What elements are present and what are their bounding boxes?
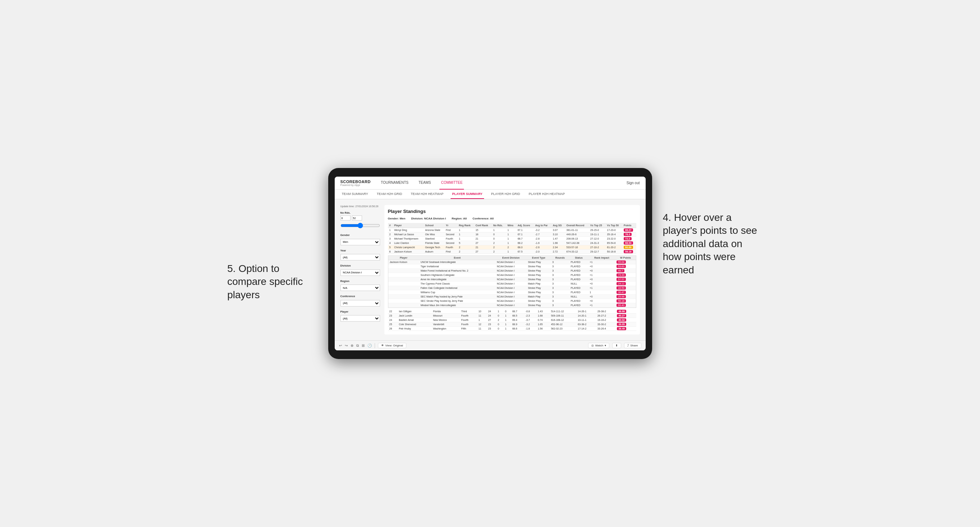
toolbar-divider xyxy=(375,343,375,348)
subnav-player-summary[interactable]: PLAYER SUMMARY xyxy=(450,190,484,199)
watch-btn[interactable]: ◎ Watch ▾ xyxy=(588,343,609,348)
clock-icon[interactable]: 🕐 xyxy=(368,344,372,348)
col-vstop50: Vs Top 50 xyxy=(606,223,622,228)
download-btn[interactable]: ⬇ xyxy=(612,343,621,348)
nav-sign-out[interactable]: Sign out xyxy=(627,181,640,185)
standings-table-bottom: 22 Ian Gilligan Florida Third 10 24 1 0 … xyxy=(388,310,636,331)
sidebar-filters: Update time: 27/01/2024 16:56:26 No Rds.… xyxy=(340,205,380,335)
copy-icon[interactable]: ⧉ xyxy=(356,344,359,348)
col-adj-score: Adj. Score xyxy=(516,223,534,228)
main-content: Update time: 27/01/2024 16:56:26 No Rds.… xyxy=(335,199,646,340)
chevron-down-icon: ▾ xyxy=(605,344,606,347)
view-label: View: Original xyxy=(385,344,403,347)
points-badge[interactable]: 72.2 xyxy=(624,237,632,240)
tooltip-table-row: SEC Stroke Play hosted by Jerry Pate NCA… xyxy=(388,299,636,303)
no-rds-slider[interactable] xyxy=(340,223,380,229)
no-rds-min[interactable] xyxy=(340,216,350,221)
filter-group-player: Player (All) xyxy=(340,310,380,322)
grid-icon[interactable]: ⊞ xyxy=(362,344,364,348)
col-avg-par: Avg to Par xyxy=(534,223,551,228)
tooltip-expanded: Player Event Event Division Event Type R… xyxy=(388,256,636,308)
player-select[interactable]: (All) xyxy=(340,315,380,322)
undo-icon[interactable]: ↩ xyxy=(339,344,342,348)
w-points-badge[interactable]: 53.60 xyxy=(617,265,626,268)
w-points-badge[interactable]: 46.7 xyxy=(617,269,624,272)
table-row: 1 Wenyi Ding Arizona State First 1 15 1 … xyxy=(388,228,636,232)
filter-label-year: Year xyxy=(340,249,380,252)
table-area: Player Standings Gender: Men Division: N… xyxy=(384,205,640,335)
watch-icon: ◎ xyxy=(591,344,594,347)
col-record: Overall Record xyxy=(565,223,589,228)
watch-label: Watch xyxy=(595,344,603,347)
tooltip-table-row: Amer An Intercollegiate NCAA Division I … xyxy=(388,277,636,282)
division-select[interactable]: NCAA Division I xyxy=(340,270,380,276)
nav-committee[interactable]: COMMITTEE xyxy=(439,177,464,190)
col-wins: Wins xyxy=(506,223,516,228)
w-points-badge[interactable]: 73.33 xyxy=(617,273,626,277)
w-points-badge[interactable]: 16.50 xyxy=(617,286,626,290)
toolbar-right: ◎ Watch ▾ ⬇ ⤴ Share xyxy=(588,343,641,348)
w-points-badge[interactable]: 55.64 xyxy=(617,260,626,264)
points-badge[interactable]: 68.94 xyxy=(624,241,633,244)
redo-icon[interactable]: ↪ xyxy=(345,344,348,348)
w-points-badge[interactable]: 25.98 xyxy=(617,295,626,298)
nav-teams[interactable]: TEAMS xyxy=(417,177,432,190)
tooltip-table-row: Wake Forest Invitational at Pinehurst No… xyxy=(388,269,636,273)
col-yr: Yr xyxy=(444,223,457,228)
share-label: Share xyxy=(630,344,638,347)
w-points-badge[interactable]: 57.57 xyxy=(617,278,626,281)
w-points-badge[interactable]: 30.47 xyxy=(617,290,626,294)
filter-label-region: Region xyxy=(340,279,380,283)
points-badge-highlighted[interactable]: 60.89 xyxy=(624,246,633,249)
tooltip-table-row: Fallen Oak Collegiate Invitational NCAA … xyxy=(388,286,636,290)
points-badge[interactable]: 40.27 xyxy=(617,314,626,317)
subnav-team-summary[interactable]: TEAM SUMMARY xyxy=(340,190,370,199)
table-row: 24 Bastien Amat New Mexico Fourth 1 27 2… xyxy=(388,318,636,322)
points-badge[interactable]: 40.02 xyxy=(617,318,626,322)
filter-group-no-rds: No Rds. xyxy=(340,211,380,230)
col-no-rds: No Rds. xyxy=(492,223,506,228)
points-badge[interactable]: 38.49 xyxy=(617,327,626,330)
filter-group-region: Region N/A xyxy=(340,279,380,291)
conference-select[interactable]: (All) xyxy=(340,300,380,306)
subnav-team-h2h-heatmap[interactable]: TEAM H2H HEATMAP xyxy=(409,190,445,199)
tooltip-col-w-points: W Points xyxy=(615,256,636,260)
logo-area: SCOREBOARD Powered by clippi xyxy=(340,179,371,186)
table-row: 22 Ian Gilligan Florida Third 10 24 1 0 … xyxy=(388,310,636,314)
view-original-btn[interactable]: 👁 View: Original xyxy=(378,343,406,348)
tooltip-col-event: Event xyxy=(419,256,495,260)
nav-tournaments[interactable]: TOURNAMENTS xyxy=(379,177,410,190)
subnav-player-h2h-grid[interactable]: PLAYER H2H GRID xyxy=(490,190,522,199)
outer-wrapper: 4. Hover over a player's points to see a… xyxy=(328,168,652,359)
gender-select[interactable]: Men xyxy=(340,239,380,245)
tooltip-table-row: Tiger Invitational NCAA Division I Strok… xyxy=(388,264,636,269)
tooltip-col-division: Event Division xyxy=(495,256,526,260)
share-btn[interactable]: ⤴ Share xyxy=(624,343,641,348)
year-select[interactable]: (All) xyxy=(340,254,380,260)
table-row: 26 Petr Hruby Washington Fifth 11 23 0 1… xyxy=(388,327,636,331)
tooltip-table-row: Jackson Kolson UNCW Seahawk Intercollegi… xyxy=(388,260,636,264)
logo-sub: Powered by clippi xyxy=(340,184,371,186)
zoom-icon[interactable]: ⊕ xyxy=(350,344,353,348)
region-select[interactable]: N/A xyxy=(340,284,380,291)
w-points-badge[interactable]: 56.18 xyxy=(617,299,626,303)
nav-items: TOURNAMENTS TEAMS COMMITTEE xyxy=(379,177,627,190)
filter-group-year: Year (All) xyxy=(340,249,380,261)
points-badge[interactable]: 48.68 xyxy=(617,310,626,313)
points-badge[interactable]: 39.95 xyxy=(617,323,626,326)
subnav-team-h2h-grid[interactable]: TEAM H2H GRID xyxy=(375,190,404,199)
filter-label-player: Player xyxy=(340,310,380,313)
download-icon: ⬇ xyxy=(616,344,618,347)
filter-group-conference: Conference (All) xyxy=(340,295,380,306)
points-badge[interactable]: 88.27 xyxy=(624,229,633,232)
points-badge[interactable]: 76.3 xyxy=(624,233,632,236)
tooltip-table-row: SEC Match Play hosted by Jerry Pate NCAA… xyxy=(388,295,636,299)
w-points-badge[interactable]: 24.11 xyxy=(617,282,626,285)
w-points-badge[interactable]: 66.40 xyxy=(617,303,626,307)
tooltip-table-row: Southern Highlands Collegiate NCAA Divis… xyxy=(388,273,636,277)
points-badge[interactable]: 58.18 xyxy=(624,250,633,253)
subnav-player-h2h-heatmap[interactable]: PLAYER H2H HEATMAP xyxy=(527,190,566,199)
tooltip-col-player: Player xyxy=(388,256,419,260)
no-rds-max[interactable] xyxy=(352,216,362,221)
sub-nav: TEAM SUMMARY TEAM H2H GRID TEAM H2H HEAT… xyxy=(335,190,646,199)
